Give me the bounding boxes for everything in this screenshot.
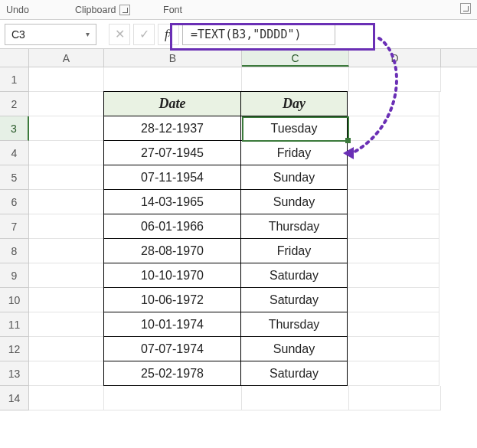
row-header[interactable]: 9 xyxy=(0,263,29,288)
table-cell-date[interactable]: 28-08-1970 xyxy=(103,238,241,263)
formula-text: =TEXT(B3,"DDDD") xyxy=(191,28,302,41)
name-box[interactable]: C3 ▾ xyxy=(5,24,96,45)
table-cell-date[interactable]: 28-12-1937 xyxy=(103,116,241,141)
row-header[interactable]: 3 xyxy=(0,116,29,141)
cancel-formula-button[interactable]: ✕ xyxy=(109,24,130,45)
cell[interactable] xyxy=(29,288,104,312)
grid-row: 5 07-11-1954 Sunday xyxy=(0,165,477,190)
table-cell-day[interactable]: Friday xyxy=(240,140,348,165)
table-cell-date[interactable]: 07-11-1954 xyxy=(103,165,241,190)
column-header-a[interactable]: A xyxy=(29,49,104,67)
row-header[interactable]: 13 xyxy=(0,361,29,386)
clipboard-dialog-launcher-icon[interactable] xyxy=(119,5,130,15)
row-header[interactable]: 14 xyxy=(0,386,29,410)
cell[interactable] xyxy=(242,67,349,92)
worksheet[interactable]: A B C D 1 2 Date Day 3 28-12-1937 Tuesda… xyxy=(0,49,477,410)
table-cell-day[interactable]: Sunday xyxy=(240,336,348,361)
cell[interactable] xyxy=(348,312,439,337)
font-dialog-launcher-icon[interactable] xyxy=(460,3,471,14)
cell[interactable] xyxy=(29,312,104,337)
cell[interactable] xyxy=(349,67,441,92)
cell[interactable] xyxy=(29,165,104,190)
table-cell-date[interactable]: 06-01-1966 xyxy=(103,214,241,239)
row-header[interactable]: 1 xyxy=(0,67,29,92)
cell[interactable] xyxy=(348,214,439,239)
table-header-day[interactable]: Day xyxy=(240,91,348,116)
column-header-c[interactable]: C xyxy=(242,49,349,67)
cell[interactable] xyxy=(29,239,104,263)
column-header-b[interactable]: B xyxy=(104,49,242,67)
grid-rows: 1 2 Date Day 3 28-12-1937 Tuesday 4 27-0… xyxy=(0,67,477,410)
cell[interactable] xyxy=(29,263,104,288)
formula-input[interactable]: =TEXT(B3,"DDDD") xyxy=(182,24,335,45)
table-header-date[interactable]: Date xyxy=(103,91,241,116)
row-header[interactable]: 4 xyxy=(0,141,29,165)
cell[interactable] xyxy=(242,386,349,410)
table-cell-day[interactable]: Thursday xyxy=(240,312,348,337)
cell[interactable] xyxy=(104,67,242,92)
table-cell-date[interactable]: 07-07-1974 xyxy=(103,336,241,361)
row-header[interactable]: 2 xyxy=(0,92,29,116)
table-cell-date[interactable]: 10-06-1972 xyxy=(103,287,241,312)
grid-row: 7 06-01-1966 Thursday xyxy=(0,214,477,239)
row-header[interactable]: 10 xyxy=(0,288,29,312)
enter-formula-button[interactable]: ✓ xyxy=(133,24,155,45)
column-header-d[interactable]: D xyxy=(349,49,441,67)
grid-row: 2 Date Day xyxy=(0,92,477,116)
grid-row: 1 xyxy=(0,67,477,92)
cell[interactable] xyxy=(348,190,439,214)
ribbon-group-undo[interactable]: Undo xyxy=(6,5,75,15)
cell[interactable] xyxy=(348,361,439,386)
cell[interactable] xyxy=(29,337,104,361)
row-header[interactable]: 11 xyxy=(0,312,29,337)
table-cell-day[interactable]: Sunday xyxy=(240,189,348,214)
cell[interactable] xyxy=(348,92,439,116)
table-cell-day[interactable]: Saturday xyxy=(240,361,348,386)
cell[interactable] xyxy=(348,239,439,263)
grid-row: 14 xyxy=(0,386,477,410)
chevron-down-icon[interactable]: ▾ xyxy=(86,30,90,38)
table-cell-date[interactable]: 27-07-1945 xyxy=(103,140,241,165)
table-cell-day[interactable]: Tuesday xyxy=(240,116,348,141)
cell[interactable] xyxy=(29,214,104,239)
table-cell-day[interactable]: Saturday xyxy=(240,263,348,288)
cell[interactable] xyxy=(349,386,441,410)
table-cell-day[interactable]: Friday xyxy=(240,238,348,263)
cell[interactable] xyxy=(29,141,104,165)
row-header[interactable]: 5 xyxy=(0,165,29,190)
table-cell-day[interactable]: Thursday xyxy=(240,214,348,239)
table-cell-day[interactable]: Saturday xyxy=(240,287,348,312)
table-cell-day[interactable]: Sunday xyxy=(240,165,348,190)
ribbon-group-clipboard[interactable]: Clipboard xyxy=(75,5,163,15)
row-header[interactable]: 12 xyxy=(0,337,29,361)
cell[interactable] xyxy=(29,92,104,116)
table-cell-date[interactable]: 10-01-1974 xyxy=(103,312,241,337)
cell[interactable] xyxy=(348,263,439,288)
select-all-corner[interactable] xyxy=(0,49,29,67)
row-header[interactable]: 6 xyxy=(0,190,29,214)
cell[interactable] xyxy=(29,67,104,92)
table-cell-date[interactable]: 25-02-1978 xyxy=(103,361,241,386)
cell[interactable] xyxy=(104,386,242,410)
grid-row: 3 28-12-1937 Tuesday xyxy=(0,116,477,141)
insert-function-button[interactable]: fx xyxy=(158,24,179,45)
cell[interactable] xyxy=(29,116,104,141)
row-header[interactable]: 7 xyxy=(0,214,29,239)
table-cell-date[interactable]: 10-10-1970 xyxy=(103,263,241,288)
cell[interactable] xyxy=(29,361,104,386)
cell[interactable] xyxy=(348,165,439,190)
grid-row: 10 10-06-1972 Saturday xyxy=(0,288,477,312)
cell[interactable] xyxy=(29,190,104,214)
table-cell-date[interactable]: 14-03-1965 xyxy=(103,189,241,214)
grid-row: 4 27-07-1945 Friday xyxy=(0,141,477,165)
grid-row: 6 14-03-1965 Sunday xyxy=(0,190,477,214)
cell[interactable] xyxy=(348,337,439,361)
cell[interactable] xyxy=(29,386,104,410)
cell[interactable] xyxy=(348,141,439,165)
cell[interactable] xyxy=(348,116,439,141)
row-header[interactable]: 8 xyxy=(0,239,29,263)
undo-label: Undo xyxy=(6,5,29,15)
ribbon-group-font[interactable]: Font xyxy=(163,5,456,15)
grid-row: 12 07-07-1974 Sunday xyxy=(0,337,477,361)
cell[interactable] xyxy=(348,288,439,312)
